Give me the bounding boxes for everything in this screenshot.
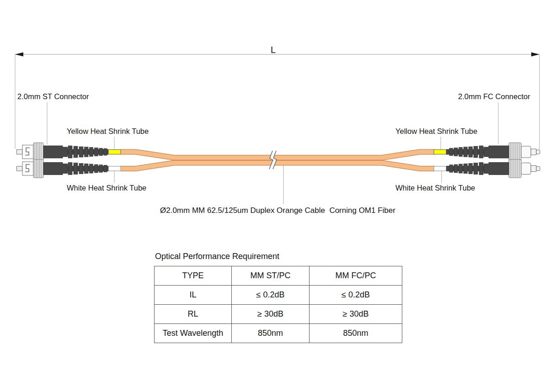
cell-rl-fc: ≥ 30dB — [310, 305, 402, 324]
white-heat-shrink-left — [108, 166, 121, 171]
cell-il-fc: ≤ 0.2dB — [310, 286, 402, 305]
st-connector-label: 2.0mm ST Connector — [17, 92, 89, 101]
st-connector-bottom — [17, 159, 109, 178]
table-title: Optical Performance Requirement — [155, 252, 279, 261]
cell-wavelength-st: 850nm — [232, 324, 310, 343]
yellow-tube-label-right: Yellow Heat Shrink Tube — [395, 127, 477, 136]
table-row-rl: RL ≥ 30dB ≥ 30dB — [155, 305, 402, 324]
header-mm-fc-pc: MM FC/PC — [310, 266, 402, 286]
cell-wavelength-fc: 850nm — [310, 324, 402, 343]
arrowhead-left — [15, 53, 23, 57]
cable-description-label: Ø2.0mm MM 62.5/125um Duplex Orange Cable… — [160, 206, 395, 215]
fc-connector-label: 2.0mm FC Connector — [458, 92, 530, 101]
cable-assembly-drawing: L 2.0mm ST Connector 2.0mm FC Connector … — [0, 0, 555, 392]
table-row-il: IL ≤ 0.2dB ≤ 0.2dB — [155, 286, 402, 305]
yellow-heat-shrink-right — [434, 150, 446, 154]
cell-il-st: ≤ 0.2dB — [232, 286, 310, 305]
cell-rl-st: ≥ 30dB — [232, 305, 310, 324]
duplex-cable — [121, 152, 435, 169]
header-type: TYPE — [155, 266, 232, 286]
fc-connector-top — [446, 143, 540, 161]
table-row-test-wavelength: Test Wavelength 850nm 850nm — [155, 324, 402, 343]
dimension-label: L — [271, 45, 276, 55]
white-tube-label-left: White Heat Shrink Tube — [67, 184, 146, 192]
yellow-heat-shrink-left — [108, 150, 121, 154]
header-mm-st-pc: MM ST/PC — [232, 266, 310, 286]
optical-performance-table: TYPE MM ST/PC MM FC/PC IL ≤ 0.2dB ≤ 0.2d… — [154, 266, 402, 343]
cell-rl-type: RL — [155, 305, 232, 324]
cell-il-type: IL — [155, 286, 232, 305]
arrowhead-right — [531, 53, 539, 57]
yellow-tube-label-left: Yellow Heat Shrink Tube — [67, 127, 149, 136]
st-connector-top — [17, 143, 109, 161]
cable-top-fill — [121, 152, 435, 158]
fc-connector-bottom — [446, 159, 540, 178]
white-heat-shrink-right — [434, 166, 446, 171]
table-header-row: TYPE MM ST/PC MM FC/PC — [155, 266, 402, 286]
cable-bottom-fill — [121, 163, 435, 169]
white-tube-label-right: White Heat Shrink Tube — [395, 184, 475, 192]
cell-wavelength-type: Test Wavelength — [155, 324, 232, 343]
